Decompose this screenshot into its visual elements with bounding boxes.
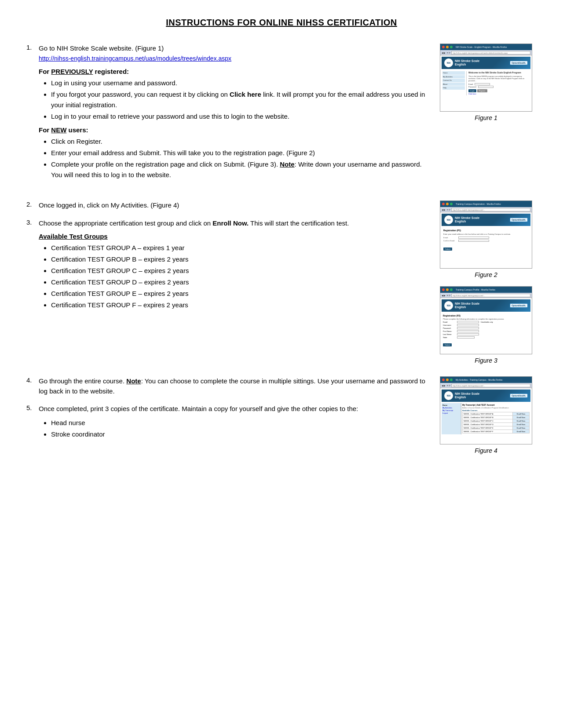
browser-toolbar1: ◀ ▶ ✕ ⟳ http://nihss-english.trainingcam… — [440, 50, 532, 55]
figure2-box: Training Campus Registration - Mozilla F… — [440, 200, 532, 269]
course-row-d: NIHSS - Certification TEST GROUP D Enrol… — [463, 423, 530, 426]
previously-heading: For PREVIOUSLY registered: — [39, 68, 427, 75]
browser-titlebar3: Training Campus Profile - Mozilla Firefo… — [440, 287, 532, 293]
step2-section: 2. Once logged in, click on My Activitie… — [26, 200, 537, 364]
course-c-name: NIHSS - Certification TEST GROUP C — [463, 419, 513, 423]
pw-label: Password: — [468, 86, 477, 88]
step1-section: 1. Go to NIH Stroke Scale website. (Figu… — [26, 44, 537, 188]
step2-text-col: 2. Once logged in, click on My Activitie… — [26, 200, 435, 318]
close-btn3 — [442, 288, 445, 291]
profile-submit-area: Submit — [443, 339, 529, 347]
browser-body4: NIH NIH Stroke ScaleEnglish OptumHealth.… — [440, 388, 532, 444]
address-bar: http://nihss-english.trainingcampus.net/… — [451, 51, 530, 55]
activities-sub: Author | Course Details | Certification … — [462, 407, 530, 409]
reg-heading: Registration (P1) — [443, 229, 529, 232]
nih-logo-area3: NIH NIH Stroke ScaleEnglish — [444, 301, 479, 310]
figure3-browser: Training Campus Profile - Mozilla Firefo… — [440, 287, 532, 354]
step3-item: 3. Choose the appropriate certification … — [26, 218, 427, 314]
my-transcript-nav: My Transcript — [442, 409, 460, 411]
step1-link[interactable]: http://nihss-english.trainingcampus.net/… — [39, 55, 231, 62]
nih-scale-title: NIH Stroke ScaleEnglish — [455, 59, 479, 67]
click-here-link: Click here — [468, 93, 530, 95]
sidebar-heading: Home — [442, 404, 460, 406]
p-email-note: Uneditable only — [481, 321, 493, 323]
nih-logo-text2: NIH — [447, 218, 451, 221]
figure1-col: NIH Stroke Scale - English Program - Moz… — [435, 44, 537, 121]
course-d-name: NIHSS - Certification TEST GROUP D — [463, 423, 513, 426]
browser-body1: NIH NIH Stroke ScaleEnglish OptumHealth.… — [440, 55, 532, 111]
step1-item: 1. Go to NIH Stroke Scale website. (Figu… — [26, 44, 427, 184]
address-bar2: http://nihss-english.trainingcampus.net/… — [451, 208, 530, 211]
profile-content: Registration (P2) Please complete the fo… — [442, 313, 530, 348]
figure1-box: NIH Stroke Scale - English Program - Moz… — [440, 44, 532, 112]
max-btn3 — [450, 288, 453, 291]
min-btn4 — [446, 379, 449, 381]
enroll-btn-c: Enroll Now — [512, 419, 529, 423]
register-button: Register — [477, 89, 487, 93]
figure3-wrapper: Training Campus Profile - Mozilla Firefo… — [440, 286, 532, 364]
step4-text-col: 4. Go through the entire course. Note: Y… — [26, 376, 435, 448]
figure2-caption: Figure 2 — [475, 271, 497, 278]
bullet-item: Click on Register. — [51, 136, 427, 147]
activities-sidebar: Home My Activities My Transcript Logout — [442, 403, 461, 434]
optum-badge1: OptumHealth. — [510, 61, 528, 65]
previously-section: For PREVIOUSLY registered: Log in using … — [39, 68, 427, 122]
p-pw-field — [457, 327, 479, 329]
nih-main1: Welcome to the NIH Stroke Scale English … — [468, 71, 530, 95]
my-activities-nav: My Activities — [442, 407, 460, 409]
activities-main: My Transcript | Add TEST Account Author … — [461, 403, 530, 434]
profile-email-row: Email: Uneditable only — [443, 321, 529, 323]
nih-logo-area4: NIH NIH Stroke ScaleEnglish — [444, 391, 479, 400]
bullet-item: Enter your email address and Submit. Thi… — [51, 148, 427, 158]
figure3-box: Training Campus Profile - Mozilla Firefo… — [440, 286, 532, 354]
browser-toolbar4: ◀ ▶ ✕ ⟳ http://nihss-english.trainingcam… — [440, 383, 532, 388]
enroll-btn-e: Enroll Now — [512, 426, 529, 430]
p-fn-field — [457, 330, 479, 332]
p-pw-label: Password: — [443, 327, 455, 329]
nih-content1: Home My Activities Contact Us About Help… — [442, 70, 530, 96]
browser-body2: NIH NIH Stroke ScaleEnglish OptumHealth.… — [440, 212, 532, 268]
browser-title4: My Activities - Training Campus - Mozill… — [456, 379, 502, 381]
confirm-row: Confirm Email: — [443, 240, 529, 242]
group-b: Certification TEST GROUP B – expires 2 y… — [51, 254, 427, 265]
test-groups-bullets: Certification TEST GROUP A – expires 1 y… — [51, 243, 427, 310]
course-row-a: NIHSS - Certification TEST GROUP A Enrol… — [463, 412, 530, 416]
email-label: Email: — [443, 237, 457, 239]
login-label: Email: — [468, 83, 473, 86]
step5-body: Once completed, print 3 copies of the ce… — [39, 404, 427, 443]
browser-body3: NIH NIH Stroke ScaleEnglish OptumHealth.… — [440, 298, 532, 354]
browser-title2: Training Campus Registration - Mozilla F… — [456, 203, 501, 205]
step5-number: 5. — [26, 404, 39, 411]
login-button: Login — [468, 89, 476, 93]
nav-item: About — [442, 83, 465, 86]
nih-scale-title4: NIH Stroke ScaleEnglish — [455, 392, 479, 400]
activities-layout: Home My Activities My Transcript Logout … — [442, 403, 530, 434]
close-btn4 — [442, 379, 445, 381]
new-users-bullets: Click on Register. Enter your email addr… — [51, 136, 427, 180]
confirm-field — [458, 240, 489, 242]
browser-titlebar4: My Activities - Training Campus - Mozill… — [440, 377, 532, 383]
available-courses: Available Courses — [462, 409, 530, 411]
course-row-f: NIHSS - Certification TEST GROUP F Enrol… — [463, 430, 530, 433]
toolbar-icons: ◀ ▶ ✕ ⟳ — [442, 51, 450, 54]
profile-fn-row: First Name: — [443, 330, 529, 332]
address-bar4: http://nihss-english.trainingcampus.net/… — [451, 384, 530, 387]
bullet-item: Log in to your email to retrieve your pa… — [51, 111, 427, 122]
course-a-name: NIHSS - Certification TEST GROUP A — [463, 412, 513, 416]
nih-content-row1: Home My Activities Contact Us About Help… — [442, 71, 530, 95]
p-username-label: Username: — [443, 324, 455, 326]
bullet-item: If you forgot your password, you can req… — [51, 89, 427, 110]
nih-header1: NIH NIH Stroke ScaleEnglish OptumHealth. — [442, 57, 530, 69]
p-ln-label: Last Name: — [443, 333, 455, 335]
nav-item: Home — [442, 71, 465, 75]
nih-scale-title2: NIH Stroke ScaleEnglish — [455, 216, 479, 224]
browser-toolbar3: ◀ ▶ ✕ ⟳ http://nihss-english.trainingcam… — [440, 293, 532, 298]
login-input — [475, 83, 490, 85]
step3-intro: Choose the appropriate certification tes… — [39, 218, 427, 229]
figure1-browser: NIH Stroke Scale - English Program - Moz… — [440, 44, 532, 111]
nih-sidebar-mini1: Home My Activities Contact Us About Help — [442, 71, 467, 95]
nih-header2: NIH NIH Stroke ScaleEnglish OptumHealth. — [442, 214, 530, 226]
nih-logo-text3: NIH — [447, 304, 451, 307]
enroll-btn-b: Enroll Now — [512, 416, 529, 419]
address-bar3: http://nihss-english.trainingcampus.net/… — [451, 294, 530, 297]
